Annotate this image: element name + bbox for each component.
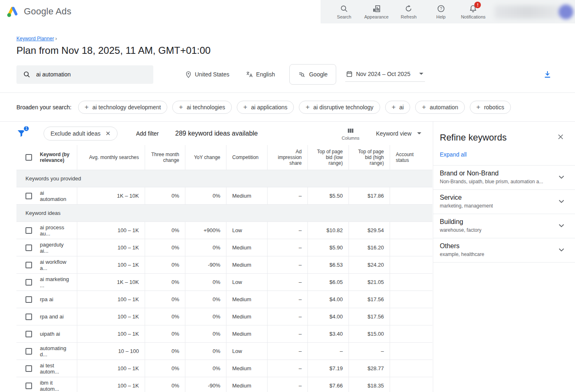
row-checkbox[interactable] <box>25 314 32 320</box>
brand-name: Google Ads <box>24 6 72 17</box>
account-status-cell <box>390 256 432 273</box>
keyword-row[interactable]: ai workflow a... 100 – 1K 0% -90% Medium… <box>16 256 432 274</box>
refine-group-others[interactable]: Others example, healthcare <box>433 238 575 263</box>
account-status-cell <box>390 239 432 256</box>
keyword-row[interactable]: ai test autom... 100 – 1K 0% 0% Medium –… <box>16 360 432 377</box>
yoy-change-cell: 0% <box>185 360 226 377</box>
filter-funnel-button[interactable]: 1 <box>16 128 27 139</box>
bid-high-cell: $24.20 <box>349 256 390 273</box>
header-ad-impression-share[interactable]: Ad impression share <box>267 145 307 170</box>
group-title: Service <box>440 194 493 201</box>
exclude-adult-ideas-chip[interactable]: Exclude adult ideas ✕ <box>44 127 118 141</box>
language-value: English <box>256 71 275 78</box>
keyword-row[interactable]: ai automation 1K – 10K 0% 0% Medium – $5… <box>16 187 432 205</box>
yoy-change-cell: 0% <box>185 291 226 308</box>
close-panel-button[interactable] <box>557 133 564 142</box>
select-all-checkbox[interactable] <box>25 154 32 161</box>
refine-group-building[interactable]: Building warehouse, factory <box>433 214 575 238</box>
broaden-keyword-chip[interactable]: + ai technologies <box>172 101 231 114</box>
columns-button[interactable]: Columns <box>342 127 359 141</box>
account-status-cell <box>390 222 432 239</box>
row-checkbox[interactable] <box>25 365 32 372</box>
bid-low-cell: $5.50 <box>307 187 349 204</box>
group-title: Building <box>440 218 481 226</box>
google-ads-logo[interactable]: Google Ads <box>6 5 72 18</box>
header-competition[interactable]: Competition <box>226 145 267 170</box>
row-checkbox[interactable] <box>25 296 32 303</box>
header-top-bid-high[interactable]: Top of page bid (high range) <box>349 145 390 170</box>
refine-panel-title: Refine keywords <box>440 132 507 143</box>
row-checkbox[interactable] <box>25 227 32 234</box>
competition-cell: Medium <box>226 187 267 204</box>
keyword-row[interactable]: automating d... 10 – 100 0% 0% Low – – – <box>16 343 432 360</box>
nav-appearance-button[interactable]: Appearance <box>360 4 393 19</box>
refine-group-brand[interactable]: Brand or Non-Brand Non-Brands, uipath, b… <box>433 166 575 190</box>
nav-search-button[interactable]: Search <box>328 4 360 19</box>
nav-help-button[interactable]: ? Help <box>425 4 457 19</box>
plus-icon: + <box>476 104 480 111</box>
keyword-row[interactable]: rpa ai 100 – 1K 0% 0% Medium – $4.00 $17… <box>16 291 432 308</box>
keyword-cell: rpa ai <box>40 296 53 302</box>
date-range-selector[interactable]: Nov 2024 – Oct 2025 <box>345 67 425 82</box>
row-checkbox[interactable] <box>25 331 32 337</box>
nav-refresh-button[interactable]: Refresh <box>393 4 425 19</box>
keywords-table-area: 1 Exclude adult ideas ✕ Add filter 289 k… <box>0 122 433 392</box>
keyword-row[interactable]: rpa and ai 100 – 1K 0% 0% Medium – $4.00… <box>16 308 432 325</box>
columns-icon <box>346 127 355 135</box>
broaden-keyword-chip[interactable]: + ai disruptive technology <box>299 101 380 114</box>
broaden-keyword-chip[interactable]: + ai applications <box>237 101 294 114</box>
keyword-row[interactable]: uipath ai 100 – 1K 0% 0% Medium – $3.40 … <box>16 325 432 343</box>
keyword-search-input[interactable]: ai automation <box>16 65 153 84</box>
keyword-cell: pagerduty ai... <box>40 242 71 254</box>
header-three-month-change[interactable]: Three month change <box>145 145 185 170</box>
download-button[interactable] <box>543 70 552 79</box>
yoy-change-cell: 0% <box>185 239 226 256</box>
nav-notifications-button[interactable]: ! Notifications <box>457 4 490 19</box>
expand-all-link[interactable]: Expand all <box>433 143 575 166</box>
bid-low-cell: – <box>307 343 349 360</box>
location-value: United States <box>195 71 229 78</box>
yoy-change-cell: 0% <box>185 308 226 325</box>
location-selector[interactable]: United States <box>185 71 229 78</box>
network-value: Google <box>309 71 328 78</box>
avatar[interactable] <box>559 5 573 19</box>
broaden-keyword-chip[interactable]: + ai <box>385 101 411 114</box>
row-checkbox[interactable] <box>25 279 32 286</box>
row-checkbox[interactable] <box>25 383 32 389</box>
ad-impression-share-cell: – <box>267 343 307 360</box>
broaden-keyword-chip[interactable]: + automation <box>415 101 464 114</box>
row-checkbox[interactable] <box>25 348 32 355</box>
bid-low-cell: $7.19 <box>307 360 349 377</box>
broaden-keyword-chip[interactable]: + ai technology development <box>78 101 168 114</box>
row-checkbox[interactable] <box>25 193 32 199</box>
breadcrumb-keyword-planner-link[interactable]: Keyword Planner <box>16 36 54 42</box>
keyword-row[interactable]: ai process au... 100 – 1K 0% +900% Low –… <box>16 222 432 239</box>
header-yoy-change[interactable]: YoY change <box>185 145 226 170</box>
account-info[interactable] <box>494 3 575 21</box>
keyword-view-dropdown[interactable]: Keyword view <box>376 130 421 137</box>
three-month-change-cell: 0% <box>145 360 185 377</box>
refine-group-service[interactable]: Service marketing, management <box>433 190 575 214</box>
row-checkbox[interactable] <box>25 262 32 268</box>
plus-icon: + <box>179 104 183 111</box>
avg-searches-cell: 100 – 1K <box>77 308 145 325</box>
broaden-keyword-chip[interactable]: + robotics <box>470 101 511 114</box>
keyword-cell: automating d... <box>40 345 71 357</box>
header-top-bid-low[interactable]: Top of page bid (low range) <box>307 145 349 170</box>
ad-impression-share-cell: – <box>267 291 307 308</box>
network-selector[interactable]: Google <box>289 64 336 85</box>
add-filter-button[interactable]: Add filter <box>136 130 159 137</box>
row-checkbox[interactable] <box>25 244 32 251</box>
keyword-row[interactable]: pagerduty ai... 100 – 1K 0% 0% Medium – … <box>16 239 432 256</box>
keyword-cell: ai process au... <box>40 224 71 237</box>
keyword-cell: ibm it autom... <box>40 380 71 392</box>
plus-icon: + <box>85 104 89 111</box>
keyword-row[interactable]: ai marketing ... 1K – 10K 0% 0% Low – $6… <box>16 274 432 291</box>
close-icon[interactable]: ✕ <box>105 130 111 137</box>
keyword-row[interactable]: ibm it autom... 100 – 1K 0% -90% Medium … <box>16 377 432 392</box>
header-avg-monthly-searches[interactable]: Avg. monthly searches <box>77 145 145 170</box>
header-account-status[interactable]: Account status <box>390 145 432 170</box>
language-selector[interactable]: English <box>246 71 275 78</box>
table-section-row: Keyword ideas <box>16 205 432 222</box>
ad-impression-share-cell: – <box>267 360 307 377</box>
